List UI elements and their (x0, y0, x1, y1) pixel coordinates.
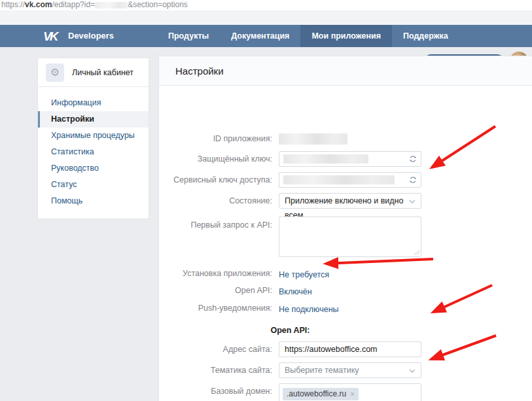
resize-grip[interactable] (414, 250, 419, 255)
browser-url-bar[interactable]: https://vk.com/editapp?id=&section=optio… (0, 0, 532, 10)
row-secure-key: Защищённый ключ: (159, 151, 421, 167)
sidebar-item-guide[interactable]: Руководство (38, 160, 149, 177)
first-api-request-textarea[interactable] (279, 217, 421, 257)
service-key-input[interactable] (279, 172, 421, 188)
app-id-label: ID приложения: (159, 131, 272, 147)
vk-logo[interactable]: VK (43, 29, 63, 43)
open-api-value-link[interactable]: Включён (279, 287, 312, 296)
nav-item-documentation[interactable]: Документация (220, 25, 300, 47)
url-host: vk.com (25, 0, 52, 9)
install-value-link[interactable]: Не требуется (279, 270, 329, 279)
top-navbar: VK Developers Продукты Документация Мои … (0, 25, 532, 47)
url-redacted-id (95, 2, 128, 9)
row-state: Состояние: Приложение включено и видно в… (159, 193, 421, 209)
remove-tag-icon[interactable]: × (350, 390, 354, 398)
app-id-redacted-value (279, 133, 347, 145)
state-label: Состояние: (159, 193, 272, 209)
service-key-label: Сервисный ключ доступа: (159, 172, 272, 188)
chevron-down-icon (409, 200, 416, 203)
secure-key-label: Защищённый ключ: (159, 151, 272, 167)
site-theme-select-value: Выберите тематику (285, 366, 359, 375)
open-api-section-heading: Open API: (159, 326, 421, 335)
sidebar-item-settings[interactable]: Настройки (38, 111, 149, 128)
site-theme-select[interactable]: Выберите тематику (279, 362, 421, 378)
install-label: Установка приложения: (159, 268, 272, 281)
secure-key-input[interactable] (279, 151, 421, 167)
row-service-key: Сервисный ключ доступа: (159, 172, 421, 188)
base-domain-label: Базовый домен: (159, 383, 272, 401)
sidebar-title: Личный кабинет (72, 68, 133, 77)
row-site-address: Адрес сайта: (159, 341, 421, 357)
site-theme-label: Тематика сайта: (159, 362, 272, 378)
sidebar: ⚙ Личный кабинет Информация Настройки Хр… (37, 58, 149, 219)
secure-key-redacted-value (283, 154, 368, 164)
refresh-icon[interactable] (408, 154, 417, 164)
gear-icon: ⚙ (46, 63, 64, 82)
page-title: Настройки (159, 56, 532, 86)
sidebar-item-status[interactable]: Статус (38, 177, 149, 193)
row-first-api-request: Первый запрос к API: (159, 214, 421, 257)
nav-item-products[interactable]: Продукты (157, 25, 220, 47)
url-scheme: https:// (1, 0, 25, 9)
brand-developers[interactable]: Developers (68, 25, 114, 47)
open-api-label: Open API: (159, 285, 272, 298)
push-value-link[interactable]: Не подключены (279, 305, 339, 314)
row-site-theme: Тематика сайта: Выберите тематику (159, 362, 421, 378)
row-open-api: Open API: Включён (159, 285, 421, 298)
nav-item-support[interactable]: Поддержка (392, 25, 459, 47)
nav-menu: Продукты Документация Мои приложения Под… (157, 25, 459, 47)
settings-panel: Настройки ID приложения: Защищённый ключ… (158, 56, 532, 401)
base-domain-tag: .autoweboffice.ru× (283, 388, 359, 400)
first-api-request-label: Первый запрос к API: (159, 214, 272, 257)
push-label: Push-уведомления: (159, 303, 272, 315)
nav-item-my-apps[interactable]: Мои приложения (300, 25, 392, 47)
state-select[interactable]: Приложение включено и видно всем (279, 193, 421, 209)
sidebar-header: ⚙ Личный кабинет (38, 58, 149, 87)
url-path: /editapp?id= (52, 0, 95, 9)
sidebar-menu: Информация Настройки Хранимые процедуры … (38, 87, 149, 218)
refresh-icon[interactable] (408, 175, 417, 184)
sidebar-item-stored-procedures[interactable]: Хранимые процедуры (38, 128, 149, 144)
url-suffix: &section=options (128, 0, 188, 9)
base-domain-tag-text: .autoweboffice.ru (287, 389, 346, 398)
base-domain-tagbox[interactable]: .autoweboffice.ru× (279, 383, 421, 401)
site-address-input[interactable] (279, 341, 421, 357)
service-key-redacted-value (283, 175, 395, 184)
sidebar-item-information[interactable]: Информация (38, 95, 149, 111)
sidebar-item-statistics[interactable]: Статистика (38, 144, 149, 160)
row-install: Установка приложения: Не требуется (159, 268, 421, 281)
row-push: Push-уведомления: Не подключены (159, 303, 421, 315)
browser-chrome-strip (0, 10, 532, 25)
site-address-label: Адрес сайта: (159, 341, 272, 357)
sidebar-item-help[interactable]: Помощь (38, 193, 149, 209)
row-base-domain: Базовый домен: .autoweboffice.ru× (159, 383, 421, 401)
row-app-id: ID приложения: (159, 131, 421, 147)
chevron-down-icon (409, 369, 416, 373)
